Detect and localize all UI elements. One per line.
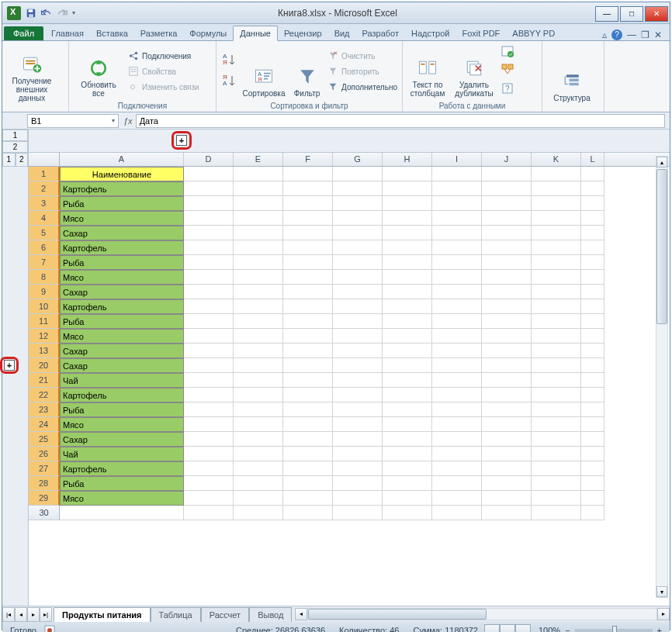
cell[interactable] xyxy=(532,506,581,520)
row-header[interactable]: 2 xyxy=(29,181,60,196)
cell[interactable] xyxy=(283,167,333,181)
cell[interactable] xyxy=(532,167,581,181)
tab-home[interactable]: Главная xyxy=(45,26,90,40)
col-header[interactable]: H xyxy=(383,153,432,166)
tab-layout[interactable]: Разметка xyxy=(134,26,184,40)
cell[interactable] xyxy=(532,211,581,226)
cell[interactable] xyxy=(532,255,581,270)
cell[interactable] xyxy=(532,476,581,491)
cell[interactable] xyxy=(333,344,383,358)
cell[interactable] xyxy=(482,373,532,388)
cell[interactable] xyxy=(532,181,581,196)
cell[interactable] xyxy=(184,211,234,226)
row-header[interactable]: 4 xyxy=(29,211,60,226)
macro-record-icon[interactable] xyxy=(44,625,55,632)
row-header[interactable]: 23 xyxy=(29,402,60,417)
cell[interactable] xyxy=(432,196,482,211)
cell[interactable] xyxy=(532,447,581,461)
cell[interactable] xyxy=(333,211,383,226)
cell[interactable] xyxy=(532,270,581,285)
cell[interactable] xyxy=(283,255,333,270)
cell[interactable] xyxy=(383,388,432,402)
row-outline-level-1[interactable]: 1 xyxy=(2,153,16,167)
col-outline-level-1[interactable]: 1 xyxy=(2,130,28,141)
cell[interactable] xyxy=(432,491,482,506)
data-validation-button[interactable] xyxy=(501,44,514,61)
view-pagelayout-button[interactable] xyxy=(500,624,515,632)
undo-icon[interactable] xyxy=(41,8,52,19)
cell[interactable] xyxy=(333,226,383,240)
sheet-tab[interactable]: Продукты питания xyxy=(54,607,151,622)
cell[interactable] xyxy=(234,167,283,181)
cell[interactable] xyxy=(184,270,234,285)
cell[interactable] xyxy=(482,255,532,270)
row-header[interactable]: 30 xyxy=(29,506,60,520)
cell[interactable] xyxy=(432,255,482,270)
zoom-slider[interactable] xyxy=(575,629,653,632)
cell[interactable] xyxy=(283,461,333,476)
cell[interactable] xyxy=(482,417,532,432)
cell[interactable] xyxy=(432,270,482,285)
help-icon[interactable]: ? xyxy=(611,29,622,40)
minimize-button[interactable]: — xyxy=(595,6,618,22)
cell[interactable] xyxy=(432,402,482,417)
row-header[interactable]: 10 xyxy=(29,299,60,314)
row-outline-level-2[interactable]: 2 xyxy=(16,153,29,167)
cell[interactable]: Сахар xyxy=(60,432,184,447)
cell[interactable]: Сахар xyxy=(60,226,184,240)
cell[interactable]: Мясо xyxy=(60,417,184,432)
cell[interactable] xyxy=(383,491,432,506)
cell[interactable] xyxy=(234,461,283,476)
cell[interactable] xyxy=(383,447,432,461)
cell[interactable] xyxy=(482,506,532,520)
cell[interactable] xyxy=(283,476,333,491)
cell[interactable] xyxy=(581,402,604,417)
cell[interactable] xyxy=(184,344,234,358)
vscroll-thumb[interactable] xyxy=(656,169,667,324)
sort-button[interactable]: АЯ Сортировка xyxy=(241,43,286,99)
column-group-expand-button[interactable]: + xyxy=(176,135,187,146)
cell[interactable] xyxy=(184,373,234,388)
cell[interactable] xyxy=(184,329,234,344)
cell[interactable] xyxy=(333,329,383,344)
cell[interactable]: Картофель xyxy=(60,299,184,314)
cell[interactable] xyxy=(432,240,482,255)
cell[interactable] xyxy=(532,461,581,476)
hscroll-right[interactable]: ▸ xyxy=(657,608,670,620)
cell[interactable] xyxy=(333,461,383,476)
cell[interactable]: Мясо xyxy=(60,491,184,506)
sheet-nav-first[interactable]: |◂ xyxy=(2,607,15,622)
cell[interactable] xyxy=(432,432,482,447)
qat-dropdown-icon[interactable]: ▾ xyxy=(72,9,75,16)
col-header[interactable]: E xyxy=(234,153,283,166)
cell[interactable] xyxy=(283,344,333,358)
cell[interactable] xyxy=(482,196,532,211)
cell[interactable] xyxy=(532,358,581,373)
cell[interactable] xyxy=(333,476,383,491)
row-header[interactable]: 24 xyxy=(29,417,60,432)
cell[interactable] xyxy=(581,329,604,344)
cell[interactable] xyxy=(184,255,234,270)
cell[interactable]: Наименование xyxy=(60,167,184,181)
cell[interactable]: Сахар xyxy=(60,285,184,299)
cell[interactable] xyxy=(234,358,283,373)
row-header[interactable]: 25 xyxy=(29,432,60,447)
cell[interactable] xyxy=(581,358,604,373)
remove-duplicates-button[interactable]: Удалить дубликаты xyxy=(452,43,496,99)
cell[interactable] xyxy=(482,299,532,314)
cell[interactable] xyxy=(482,240,532,255)
row-header[interactable]: 27 xyxy=(29,461,60,476)
cell[interactable] xyxy=(383,167,432,181)
cell[interactable] xyxy=(283,388,333,402)
cell[interactable] xyxy=(234,417,283,432)
cell[interactable] xyxy=(283,270,333,285)
sheet-nav-last[interactable]: ▸| xyxy=(40,607,52,622)
cell[interactable] xyxy=(184,402,234,417)
cell[interactable] xyxy=(432,373,482,388)
cell[interactable] xyxy=(383,226,432,240)
cell[interactable] xyxy=(234,255,283,270)
namebox-dropdown-icon[interactable]: ▾ xyxy=(112,117,115,124)
cell[interactable]: Картофель xyxy=(60,240,184,255)
cell[interactable]: Картофель xyxy=(60,388,184,402)
cell[interactable] xyxy=(184,167,234,181)
